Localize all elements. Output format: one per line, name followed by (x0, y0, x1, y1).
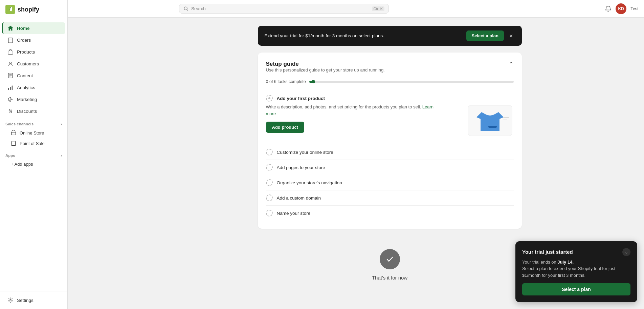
sidebar-item-online-store[interactable]: Online Store (2, 128, 65, 138)
sidebar-item-pos-label: Point of Sale (20, 141, 45, 146)
sidebar-item-analytics-label: Analytics (17, 85, 35, 90)
setup-guide-collapse-button[interactable]: ⌃ (509, 61, 514, 68)
search-box[interactable]: Ctrl K (179, 4, 389, 14)
svg-point-6 (9, 62, 11, 64)
sidebar-item-customers-label: Customers (17, 61, 39, 66)
sidebar-bottom: Settings (0, 291, 67, 309)
svg-rect-12 (10, 87, 11, 90)
trial-popup-header: Your trial just started ⌄ (522, 248, 630, 256)
sidebar-navigation: Home Orders Products Customers (0, 19, 67, 291)
task-name-store[interactable]: Name your store (266, 206, 514, 221)
setup-guide-header: Setup guide Use this personalized guide … (266, 61, 514, 77)
sidebar-logo: shopify (0, 0, 67, 19)
trial-popup-date: July 14. (557, 260, 574, 265)
sidebar-item-orders[interactable]: Orders (2, 34, 65, 46)
sidebar-item-orders-label: Orders (17, 38, 31, 43)
svg-point-21 (10, 300, 12, 301)
add-product-button[interactable]: Add product (266, 122, 304, 133)
trial-popup: Your trial just started ⌄ Your trial end… (515, 241, 637, 303)
svg-rect-1 (8, 38, 13, 43)
task-add-product-desc-block: Write a description, add photos, and set… (266, 104, 435, 133)
sidebar-item-pos[interactable]: Point of Sale (2, 138, 65, 148)
trial-banner-actions: Select a plan × (466, 30, 515, 41)
sidebar-item-marketing-label: Marketing (17, 97, 37, 102)
svg-rect-5 (8, 51, 13, 54)
sidebar-item-products[interactable]: Products (2, 46, 65, 58)
svg-rect-18 (12, 132, 16, 135)
sales-channels-section: Sales channels › (0, 117, 67, 127)
sidebar-item-settings[interactable]: Settings (2, 294, 65, 306)
sidebar-item-marketing[interactable]: Marketing (2, 94, 65, 105)
task-add-pages-label: Add pages to your store (277, 165, 325, 170)
sales-channels-label: Sales channels (5, 122, 34, 126)
task-add-product-expanded: Add your first product Write a descripti… (266, 91, 514, 143)
trial-popup-cta-button[interactable]: Select a plan (522, 283, 630, 295)
setup-guide-title-block: Setup guide Use this personalized guide … (266, 61, 385, 77)
topbar-username: Test (630, 6, 639, 11)
pos-icon (11, 141, 16, 146)
trial-popup-title: Your trial just started (522, 249, 573, 255)
completion-icon (380, 249, 400, 269)
products-icon (7, 49, 14, 55)
home-icon (7, 25, 14, 31)
svg-rect-13 (12, 86, 13, 90)
discounts-icon (7, 108, 14, 114)
apps-expand-icon[interactable]: › (61, 153, 62, 158)
task-organize-nav[interactable]: Organize your store's navigation (266, 175, 514, 190)
task-custom-domain[interactable]: Add a custom domain (266, 190, 514, 206)
sidebar-item-add-apps[interactable]: + Add apps (2, 159, 65, 169)
svg-rect-11 (8, 88, 9, 90)
task-customize-store[interactable]: Customize your online store (266, 145, 514, 160)
task-add-product-content: Write a description, add photos, and set… (266, 104, 514, 138)
trial-popup-body-text: Your trial ends on (522, 260, 556, 265)
content-icon (7, 73, 14, 79)
trial-banner-text: Extend your trial for $1/month for 3 mon… (265, 33, 384, 38)
progress-bar (309, 81, 514, 83)
user-avatar[interactable]: KD (616, 3, 626, 14)
svg-point-15 (9, 110, 10, 111)
settings-icon (7, 297, 14, 303)
search-icon (183, 6, 188, 11)
sidebar-item-discounts-label: Discounts (17, 109, 37, 114)
svg-line-17 (9, 110, 12, 113)
sidebar: shopify Home Orders Products (0, 0, 68, 309)
store-icon (11, 130, 16, 136)
apps-label: Apps (5, 153, 15, 158)
customers-icon (7, 61, 14, 67)
sidebar-item-customers[interactable]: Customers (2, 58, 65, 69)
trial-popup-collapse-button[interactable]: ⌄ (622, 248, 630, 256)
marketing-icon (7, 96, 14, 102)
apps-section: Apps › (0, 149, 67, 159)
sidebar-item-discounts[interactable]: Discounts (2, 105, 65, 117)
sidebar-item-home-label: Home (17, 26, 30, 31)
svg-rect-19 (12, 141, 15, 145)
sidebar-item-content[interactable]: Content (2, 70, 65, 81)
trial-popup-body: Your trial ends on July 14. Select a pla… (522, 259, 630, 279)
sidebar-item-products-label: Products (17, 49, 35, 55)
sidebar-item-home[interactable]: Home (2, 22, 65, 34)
sidebar-item-analytics[interactable]: Analytics (2, 82, 65, 93)
svg-rect-25 (488, 126, 497, 128)
trial-banner-cta-button[interactable]: Select a plan (466, 30, 504, 41)
search-shortcut: Ctrl K (372, 6, 385, 11)
task-custom-domain-radio (266, 194, 273, 201)
notifications-icon[interactable] (605, 5, 612, 12)
orders-icon (7, 37, 14, 43)
svg-line-23 (187, 9, 188, 11)
task-name-store-label: Name your store (277, 211, 311, 216)
task-add-product-radio (266, 95, 273, 102)
bottom-section: That's it for now (258, 229, 522, 294)
task-custom-domain-label: Add a custom domain (277, 195, 321, 201)
add-apps-label: + Add apps (11, 162, 33, 167)
trial-banner-close-button[interactable]: × (507, 32, 515, 40)
sidebar-item-settings-label: Settings (17, 298, 34, 303)
search-input[interactable] (191, 6, 369, 11)
sidebar-item-online-store-label: Online Store (20, 130, 44, 136)
analytics-icon (7, 84, 14, 90)
task-add-product[interactable]: Add your first product (266, 91, 514, 104)
task-add-pages[interactable]: Add pages to your store (266, 160, 514, 175)
sales-channels-expand-icon[interactable]: › (61, 122, 62, 126)
topbar: Ctrl K KD Test (68, 0, 644, 18)
product-illustration (466, 104, 514, 138)
task-add-product-desc: Write a description, add photos, and set… (266, 104, 435, 117)
